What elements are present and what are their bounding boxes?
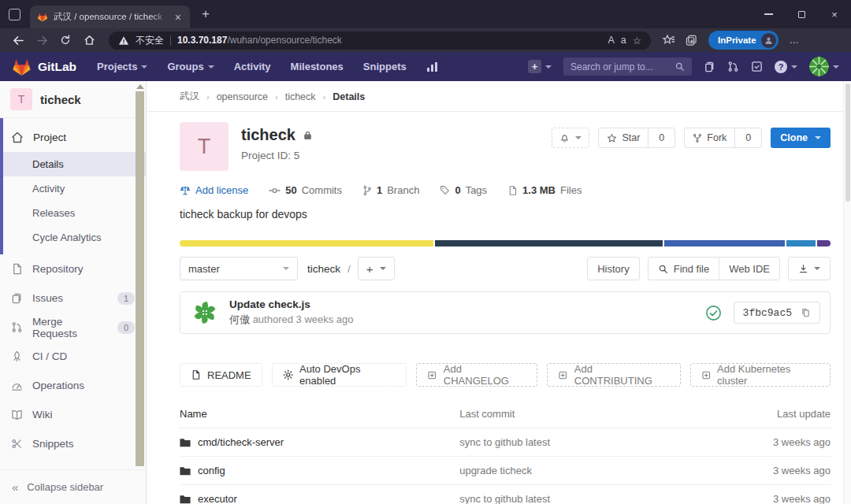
sidebar-item-merge-requests[interactable]: Merge Requests 0 (0, 313, 146, 342)
minimize-button[interactable] (752, 0, 785, 28)
auto-devops-button[interactable]: Auto DevOps enabled (272, 363, 407, 387)
nav-snippets[interactable]: Snippets (363, 61, 407, 72)
sidebar-item-activity[interactable]: Activity (0, 176, 146, 201)
url-text[interactable]: 10.3.70.187/wuhan/opensource/ticheck (177, 35, 342, 46)
sidebar-item-cycle-analytics[interactable]: Cycle Analytics (0, 225, 146, 250)
web-ide-button[interactable]: Web IDE (719, 258, 779, 280)
sidebar-item-label: Merge Requests (32, 316, 108, 339)
translate-icon[interactable]: a (621, 35, 626, 46)
scroll-up-arrow-icon[interactable] (136, 84, 144, 89)
issues-nav-icon[interactable] (704, 61, 715, 72)
table-row[interactable]: config upgrade ticheck 3 weeks ago (180, 457, 831, 485)
search-input[interactable]: Search or jump to... (563, 57, 692, 76)
collections-icon[interactable] (686, 35, 697, 46)
file-name-link[interactable]: executor (198, 493, 237, 504)
commit-message-link[interactable]: sync to github latest (459, 493, 728, 504)
new-tab-button[interactable]: + (202, 6, 210, 22)
scrollbar-thumb[interactable] (136, 91, 144, 466)
sidebar-item-operations[interactable]: Operations (0, 371, 146, 400)
scrollbar-thumb[interactable] (845, 83, 850, 202)
charts-icon[interactable] (426, 61, 439, 72)
tags-stat[interactable]: 0Tags (440, 184, 487, 196)
sidebar-item-repository[interactable]: Repository (0, 254, 146, 284)
breadcrumb-subgroup[interactable]: opensource (217, 91, 268, 102)
commit-author[interactable]: 何傲 (229, 313, 250, 325)
merge-requests-nav-icon[interactable] (727, 61, 739, 72)
nav-milestones[interactable]: Milestones (291, 61, 344, 72)
sidebar-item-releases[interactable]: Releases (0, 201, 146, 225)
add-kubernetes-button[interactable]: Add Kubernetes cluster (690, 363, 831, 387)
tab-actions-icon[interactable] (9, 9, 20, 20)
favorites-bar-icon[interactable] (662, 35, 674, 46)
commit-message[interactable]: Update check.js (229, 298, 354, 310)
star-count[interactable]: 0 (648, 128, 674, 147)
header-last-update: Last update (728, 408, 831, 420)
branch-selector[interactable]: master (180, 257, 298, 280)
history-button[interactable]: History (587, 257, 639, 280)
gitlab-brand[interactable]: GitLab (38, 60, 76, 74)
star-button[interactable]: Star (599, 128, 648, 147)
copy-icon[interactable] (801, 307, 811, 318)
browser-menu-icon[interactable]: … (790, 35, 800, 46)
commits-stat[interactable]: 50Commits (269, 184, 342, 196)
gitlab-logo[interactable] (12, 57, 32, 76)
read-aloud-icon[interactable]: A (608, 35, 614, 46)
add-favorite-icon[interactable]: ☆ (633, 35, 641, 46)
project-actions: Star 0 Fork 0 Clone (552, 128, 831, 171)
notification-button[interactable] (552, 128, 589, 148)
tab-close-icon[interactable]: × (173, 12, 183, 23)
security-label[interactable]: 不安全 (136, 34, 164, 47)
sidebar-item-snippets[interactable]: Snippets (0, 429, 146, 458)
nav-projects[interactable]: Projects (97, 61, 147, 72)
home-button[interactable] (79, 32, 99, 49)
sidebar-item-project[interactable]: Project (0, 123, 146, 152)
maximize-button[interactable] (785, 0, 818, 28)
refresh-button[interactable] (55, 32, 76, 49)
add-contributing-button[interactable]: Add CONTRIBUTING (547, 363, 680, 387)
language-bar[interactable] (180, 240, 831, 246)
sidebar-item-issues[interactable]: Issues 1 (0, 284, 146, 313)
repo-root-link[interactable]: ticheck (307, 263, 340, 275)
file-name-link[interactable]: config (198, 465, 225, 476)
browser-tab[interactable]: 武汉 / opensource / ticheck · Gi × (30, 6, 190, 28)
commit-message-link[interactable]: upgrade ticheck (459, 465, 728, 476)
add-changelog-button[interactable]: Add CHANGELOG (416, 363, 537, 387)
file-name-link[interactable]: cmd/ticheck-server (198, 436, 284, 448)
commit-message-link[interactable]: sync to github latest (459, 436, 728, 448)
sidebar-scrollbar[interactable] (136, 83, 144, 504)
help-menu-button[interactable]: ? (775, 61, 797, 73)
nav-activity[interactable]: Activity (234, 61, 271, 72)
address-bar[interactable]: 不安全 10.3.70.187/wuhan/opensource/ticheck… (109, 32, 651, 50)
clone-button[interactable]: Clone (771, 128, 831, 148)
back-button[interactable] (8, 32, 28, 49)
sidebar-item-details[interactable]: Details (0, 152, 146, 176)
fork-button[interactable]: Fork (685, 128, 735, 147)
fork-count[interactable]: 0 (735, 128, 761, 147)
add-license-link[interactable]: Add license (180, 184, 248, 196)
commit-sha[interactable]: 3fbc9ac5 (743, 307, 792, 319)
find-file-button[interactable]: Find file (648, 258, 719, 280)
inprivate-badge[interactable]: InPrivate (708, 31, 779, 50)
sidebar-project-header[interactable]: T ticheck (0, 81, 146, 118)
forward-button[interactable] (32, 32, 52, 49)
files-stat[interactable]: 1.3 MBFiles (507, 184, 582, 196)
breadcrumb-project[interactable]: ticheck (285, 91, 316, 102)
todos-nav-icon[interactable] (751, 61, 763, 72)
sidebar-item-cicd[interactable]: CI / CD (0, 342, 146, 371)
new-menu-button[interactable]: + (528, 60, 552, 73)
nav-groups[interactable]: Groups (167, 61, 214, 72)
table-row[interactable]: executor sync to github latest 3 weeks a… (180, 485, 831, 504)
tag-icon (440, 185, 450, 195)
collapse-sidebar-button[interactable]: « Collapse sidebar (0, 469, 146, 504)
readme-button[interactable]: README (180, 363, 262, 387)
add-file-button[interactable]: + (358, 257, 395, 280)
branches-stat[interactable]: 1Branch (362, 184, 419, 196)
close-button[interactable]: × (818, 0, 851, 28)
page-scrollbar[interactable] (843, 81, 851, 504)
sidebar-item-wiki[interactable]: Wiki (0, 400, 146, 429)
user-menu-button[interactable] (809, 57, 839, 76)
download-button[interactable] (788, 257, 831, 280)
breadcrumb-group[interactable]: 武汉 (180, 90, 199, 103)
table-row[interactable]: cmd/ticheck-server sync to github latest… (180, 428, 831, 457)
pipeline-passed-icon[interactable] (705, 305, 722, 321)
